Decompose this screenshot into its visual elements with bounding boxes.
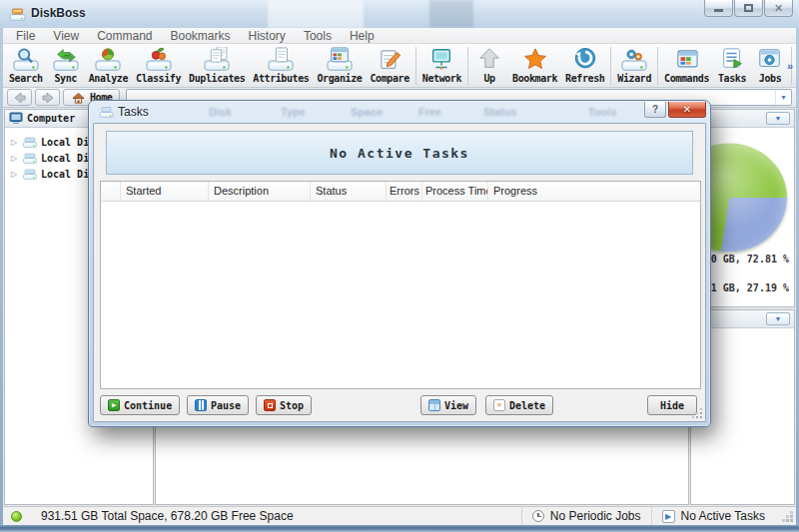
dialog-close-button[interactable]: ✕	[668, 102, 706, 118]
close-button[interactable]: ✕	[764, 0, 793, 17]
toolbar-button-wizard[interactable]: Wizard	[613, 46, 655, 84]
toolbar-button-attributes[interactable]: Attributes	[249, 46, 313, 84]
minimize-button[interactable]	[704, 0, 733, 17]
pause-button[interactable]: Pause	[187, 395, 249, 415]
toolbar-button-sync[interactable]: Sync	[47, 46, 85, 84]
status-bar: 931.51 GB Total Space, 678.20 GB Free Sp…	[3, 506, 796, 525]
tasks-table-header: Started Description Status Errors Proces…	[101, 182, 700, 202]
panel-dropdown-button[interactable]: ▼	[766, 112, 790, 125]
expander-icon[interactable]: ▷	[11, 138, 19, 147]
space-summary: 931.51 GB Total Space, 678.20 GB Free Sp…	[41, 509, 294, 523]
menu-item-bookmarks[interactable]: Bookmarks	[162, 29, 240, 43]
expander-icon[interactable]: ▷	[11, 154, 19, 163]
column-process-time[interactable]: Process Time	[422, 182, 488, 201]
chevron-down-icon: ▼	[775, 315, 782, 322]
menu-item-history[interactable]: History	[240, 29, 295, 43]
compare-icon	[375, 47, 404, 73]
menu-item-help[interactable]: Help	[341, 29, 384, 43]
maximize-icon	[744, 4, 753, 12]
periodic-jobs-status[interactable]: No Periodic Jobs	[521, 507, 651, 525]
tasks-dialog-title: Tasks	[118, 105, 149, 119]
active-tasks-label: No Active Tasks	[681, 509, 765, 523]
dialog-help-button[interactable]: ?	[644, 102, 666, 118]
tasks-icon	[717, 47, 747, 73]
close-icon: ✕	[683, 105, 691, 115]
back-button[interactable]	[7, 89, 32, 106]
column-status[interactable]: Status	[311, 182, 387, 201]
refresh-icon	[570, 47, 600, 73]
dialog-resize-grip[interactable]	[691, 407, 703, 419]
ghost-column-free: Free	[418, 106, 441, 118]
stop-button[interactable]: Stop	[256, 395, 312, 415]
periodic-jobs-label: No Periodic Jobs	[550, 509, 641, 523]
maximize-button[interactable]	[734, 0, 763, 17]
toolbar-button-organize[interactable]: Organize	[313, 46, 366, 84]
home-icon	[71, 92, 86, 104]
forward-button[interactable]	[35, 89, 60, 106]
active-tasks-status[interactable]: ▶ No Active Tasks	[651, 507, 775, 525]
classify-drive-icon	[144, 47, 174, 73]
delete-button[interactable]: ✕ Delete	[485, 395, 553, 415]
toolbar-button-classify[interactable]: Classify	[132, 46, 185, 84]
search-drive-icon	[11, 47, 41, 73]
analyze-drive-icon	[93, 47, 123, 73]
drive-icon	[22, 151, 38, 165]
tasks-table: Started Description Status Errors Proces…	[100, 181, 701, 389]
toolbar-button-search[interactable]: Search	[5, 46, 47, 84]
view-window-icon	[428, 399, 440, 411]
wizard-icon	[619, 47, 649, 73]
toolbar-separator	[415, 47, 416, 85]
organize-icon	[325, 47, 355, 73]
pause-icon	[195, 399, 207, 411]
continue-button[interactable]: ▶ Continue	[100, 395, 180, 415]
toolbar-button-compare[interactable]: Compare	[366, 46, 412, 84]
resize-grip[interactable]	[781, 510, 794, 523]
drive-icon	[22, 167, 38, 181]
chevron-down-icon[interactable]: ▼	[775, 90, 791, 105]
glass-reflection	[268, 0, 364, 28]
expander-icon[interactable]: ▷	[11, 170, 19, 179]
network-icon	[426, 47, 456, 73]
toolbar-button-tasks[interactable]: Tasks	[713, 46, 751, 84]
hide-button[interactable]: Hide	[647, 395, 697, 415]
computer-icon	[9, 112, 23, 125]
tasks-dialog-titlebar[interactable]: Disk Type Space Free Status Tools Tasks …	[89, 101, 710, 123]
stop-icon	[264, 399, 276, 411]
diskboss-app-icon	[9, 6, 26, 22]
delete-x-icon: ✕	[493, 399, 505, 411]
panel-dropdown-button[interactable]: ▼	[766, 312, 790, 325]
close-icon: ✕	[774, 3, 783, 14]
menu-item-command[interactable]: Command	[88, 29, 161, 43]
back-arrow-icon	[14, 93, 26, 103]
column-icon[interactable]	[101, 182, 121, 201]
toolbar-button-refresh[interactable]: Refresh	[561, 46, 608, 84]
column-errors[interactable]: Errors	[387, 182, 422, 201]
column-progress[interactable]: Progress	[488, 182, 700, 201]
tasks-dialog-footer: ▶ Continue Pause Stop View ✕ Delete	[94, 395, 705, 417]
toolbar-button-duplicates[interactable]: Duplicates	[185, 46, 249, 84]
toolbar-overflow-chevron[interactable]: »	[787, 60, 793, 72]
window-frame-bottom	[0, 525, 799, 532]
toolbar-button-commands[interactable]: Commands	[660, 46, 713, 84]
ghost-column-type: Type	[281, 106, 306, 118]
window-controls: ✕	[703, 0, 793, 17]
ghost-column-disk: Disk	[209, 106, 232, 118]
tasks-dialog: Disk Type Space Free Status Tools Tasks …	[88, 100, 711, 427]
toolbar-button-jobs[interactable]: Jobs	[751, 46, 789, 84]
menu-item-view[interactable]: View	[44, 29, 88, 43]
toolbar-button-up[interactable]: Up	[470, 46, 508, 84]
banner-text: No Active Tasks	[330, 146, 469, 161]
toolbar-button-network[interactable]: Network	[418, 46, 465, 84]
menu-item-file[interactable]: File	[7, 29, 44, 43]
menu-item-tools[interactable]: Tools	[295, 29, 341, 43]
toolbar-button-bookmark[interactable]: Bookmark	[508, 46, 561, 84]
view-button[interactable]: View	[420, 395, 476, 415]
toolbar-button-analyze[interactable]: Analyze	[85, 46, 132, 84]
play-icon: ▶	[108, 399, 120, 411]
sync-drive-icon	[51, 47, 81, 73]
menu-bar: File View Command Bookmarks History Tool…	[3, 28, 796, 44]
column-description[interactable]: Description	[209, 182, 311, 201]
column-started[interactable]: Started	[121, 182, 209, 201]
up-arrow-icon	[474, 47, 504, 73]
ghost-column-space: Space	[351, 106, 383, 118]
